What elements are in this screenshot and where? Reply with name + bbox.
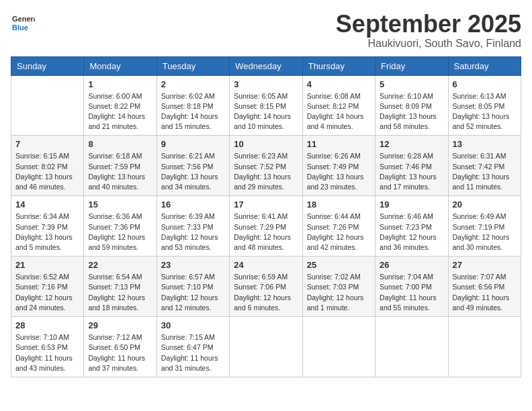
day-number: 15 (88, 199, 152, 210)
day-info: Sunrise: 6:13 AMSunset: 8:05 PMDaylight:… (453, 91, 517, 132)
day-number: 11 (307, 139, 371, 149)
day-info: Sunrise: 6:41 AMSunset: 7:29 PMDaylight:… (234, 212, 298, 253)
day-number: 29 (88, 320, 152, 330)
day-number: 22 (88, 260, 152, 270)
calendar-cell (11, 75, 84, 136)
day-info: Sunrise: 6:44 AMSunset: 7:26 PMDaylight:… (307, 212, 371, 253)
day-number: 20 (453, 199, 517, 210)
day-info: Sunrise: 6:15 AMSunset: 8:02 PMDaylight:… (15, 151, 79, 192)
calendar-cell: 25Sunrise: 7:02 AMSunset: 7:03 PMDayligh… (302, 257, 375, 317)
calendar-cell: 1Sunrise: 6:00 AMSunset: 8:22 PMDaylight… (84, 75, 157, 136)
day-of-week-header: Sunday (11, 56, 84, 75)
calendar-cell: 23Sunrise: 6:57 AMSunset: 7:10 PMDayligh… (157, 257, 229, 317)
day-number: 8 (88, 139, 152, 149)
day-of-week-header: Wednesday (230, 56, 302, 75)
day-info: Sunrise: 6:39 AMSunset: 7:33 PMDaylight:… (161, 212, 225, 253)
day-number: 4 (307, 79, 371, 89)
day-number: 5 (380, 79, 443, 89)
calendar-week-row: 14Sunrise: 6:34 AMSunset: 7:39 PMDayligh… (11, 196, 521, 257)
calendar-cell: 14Sunrise: 6:34 AMSunset: 7:39 PMDayligh… (11, 196, 84, 257)
day-info: Sunrise: 6:54 AMSunset: 7:13 PMDaylight:… (88, 272, 152, 313)
calendar-cell: 7Sunrise: 6:15 AMSunset: 8:02 PMDaylight… (11, 136, 84, 196)
day-number: 25 (307, 260, 371, 270)
day-number: 18 (307, 199, 371, 210)
day-info: Sunrise: 7:15 AMSunset: 6:47 PMDaylight:… (161, 332, 225, 373)
calendar-cell: 20Sunrise: 6:49 AMSunset: 7:19 PMDayligh… (448, 196, 521, 257)
day-number: 19 (380, 199, 443, 210)
calendar-cell: 17Sunrise: 6:41 AMSunset: 7:29 PMDayligh… (230, 196, 302, 257)
calendar-cell: 5Sunrise: 6:10 AMSunset: 8:09 PMDaylight… (375, 75, 448, 136)
title-area: September 2025 Haukivuori, South Savo, F… (336, 11, 521, 50)
calendar-cell: 19Sunrise: 6:46 AMSunset: 7:23 PMDayligh… (375, 196, 448, 257)
calendar-cell: 30Sunrise: 7:15 AMSunset: 6:47 PMDayligh… (157, 317, 229, 377)
calendar-cell: 16Sunrise: 6:39 AMSunset: 7:33 PMDayligh… (157, 196, 229, 257)
calendar-cell: 29Sunrise: 7:12 AMSunset: 6:50 PMDayligh… (84, 317, 157, 377)
calendar-cell (448, 317, 521, 377)
logo-icon: General Blue (11, 11, 35, 35)
calendar-cell: 2Sunrise: 6:02 AMSunset: 8:18 PMDaylight… (157, 75, 229, 136)
day-info: Sunrise: 6:02 AMSunset: 8:18 PMDaylight:… (161, 91, 225, 132)
calendar-cell: 3Sunrise: 6:05 AMSunset: 8:15 PMDaylight… (230, 75, 302, 136)
day-info: Sunrise: 6:08 AMSunset: 8:12 PMDaylight:… (307, 91, 371, 132)
day-info: Sunrise: 6:18 AMSunset: 7:59 PMDaylight:… (88, 151, 152, 192)
day-number: 16 (161, 199, 225, 210)
page-header: General Blue September 2025 Haukivuori, … (11, 11, 521, 50)
day-info: Sunrise: 6:21 AMSunset: 7:56 PMDaylight:… (161, 151, 225, 192)
calendar-cell: 13Sunrise: 6:31 AMSunset: 7:42 PMDayligh… (448, 136, 521, 196)
day-number: 2 (161, 79, 225, 89)
calendar-cell: 21Sunrise: 6:52 AMSunset: 7:16 PMDayligh… (11, 257, 84, 317)
calendar-cell: 27Sunrise: 7:07 AMSunset: 6:56 PMDayligh… (448, 257, 521, 317)
location: Haukivuori, South Savo, Finland (336, 38, 521, 50)
calendar-week-row: 1Sunrise: 6:00 AMSunset: 8:22 PMDaylight… (11, 75, 521, 136)
day-info: Sunrise: 6:59 AMSunset: 7:06 PMDaylight:… (234, 272, 298, 313)
day-info: Sunrise: 6:57 AMSunset: 7:10 PMDaylight:… (161, 272, 225, 313)
calendar-week-row: 28Sunrise: 7:10 AMSunset: 6:53 PMDayligh… (11, 317, 521, 377)
calendar-header-row: SundayMondayTuesdayWednesdayThursdayFrid… (11, 56, 521, 75)
calendar-cell: 26Sunrise: 7:04 AMSunset: 7:00 PMDayligh… (375, 257, 448, 317)
day-number: 27 (453, 260, 517, 270)
day-of-week-header: Saturday (448, 56, 521, 75)
calendar-cell: 11Sunrise: 6:26 AMSunset: 7:49 PMDayligh… (302, 136, 375, 196)
calendar-cell: 22Sunrise: 6:54 AMSunset: 7:13 PMDayligh… (84, 257, 157, 317)
day-number: 9 (161, 139, 225, 149)
calendar-week-row: 7Sunrise: 6:15 AMSunset: 8:02 PMDaylight… (11, 136, 521, 196)
calendar-cell: 28Sunrise: 7:10 AMSunset: 6:53 PMDayligh… (11, 317, 84, 377)
day-of-week-header: Tuesday (157, 56, 229, 75)
calendar-cell (302, 317, 375, 377)
day-of-week-header: Friday (375, 56, 448, 75)
day-info: Sunrise: 7:12 AMSunset: 6:50 PMDaylight:… (88, 332, 152, 373)
day-info: Sunrise: 7:04 AMSunset: 7:00 PMDaylight:… (380, 272, 443, 313)
day-info: Sunrise: 7:07 AMSunset: 6:56 PMDaylight:… (453, 272, 517, 313)
calendar-cell: 15Sunrise: 6:36 AMSunset: 7:36 PMDayligh… (84, 196, 157, 257)
calendar-cell: 9Sunrise: 6:21 AMSunset: 7:56 PMDaylight… (157, 136, 229, 196)
day-info: Sunrise: 6:28 AMSunset: 7:46 PMDaylight:… (380, 151, 443, 192)
day-number: 28 (15, 320, 79, 330)
calendar-cell: 24Sunrise: 6:59 AMSunset: 7:06 PMDayligh… (230, 257, 302, 317)
day-info: Sunrise: 6:36 AMSunset: 7:36 PMDaylight:… (88, 212, 152, 253)
calendar-cell: 6Sunrise: 6:13 AMSunset: 8:05 PMDaylight… (448, 75, 521, 136)
day-info: Sunrise: 6:10 AMSunset: 8:09 PMDaylight:… (380, 91, 443, 132)
day-info: Sunrise: 6:34 AMSunset: 7:39 PMDaylight:… (15, 212, 79, 253)
day-info: Sunrise: 6:52 AMSunset: 7:16 PMDaylight:… (15, 272, 79, 313)
calendar: SundayMondayTuesdayWednesdayThursdayFrid… (11, 56, 521, 377)
logo: General Blue (11, 11, 36, 35)
day-info: Sunrise: 7:02 AMSunset: 7:03 PMDaylight:… (307, 272, 371, 313)
day-info: Sunrise: 6:05 AMSunset: 8:15 PMDaylight:… (234, 91, 298, 132)
day-number: 7 (15, 139, 79, 149)
calendar-cell: 18Sunrise: 6:44 AMSunset: 7:26 PMDayligh… (302, 196, 375, 257)
calendar-cell: 10Sunrise: 6:23 AMSunset: 7:52 PMDayligh… (230, 136, 302, 196)
calendar-week-row: 21Sunrise: 6:52 AMSunset: 7:16 PMDayligh… (11, 257, 521, 317)
calendar-cell: 4Sunrise: 6:08 AMSunset: 8:12 PMDaylight… (302, 75, 375, 136)
day-number: 23 (161, 260, 225, 270)
day-number: 14 (15, 199, 79, 210)
day-number: 17 (234, 199, 298, 210)
day-info: Sunrise: 6:00 AMSunset: 8:22 PMDaylight:… (88, 91, 152, 132)
day-number: 30 (161, 320, 225, 330)
day-info: Sunrise: 6:23 AMSunset: 7:52 PMDaylight:… (234, 151, 298, 192)
day-number: 10 (234, 139, 298, 149)
day-number: 26 (380, 260, 443, 270)
calendar-cell: 8Sunrise: 6:18 AMSunset: 7:59 PMDaylight… (84, 136, 157, 196)
day-info: Sunrise: 6:49 AMSunset: 7:19 PMDaylight:… (453, 212, 517, 253)
day-number: 12 (380, 139, 443, 149)
calendar-cell (230, 317, 302, 377)
